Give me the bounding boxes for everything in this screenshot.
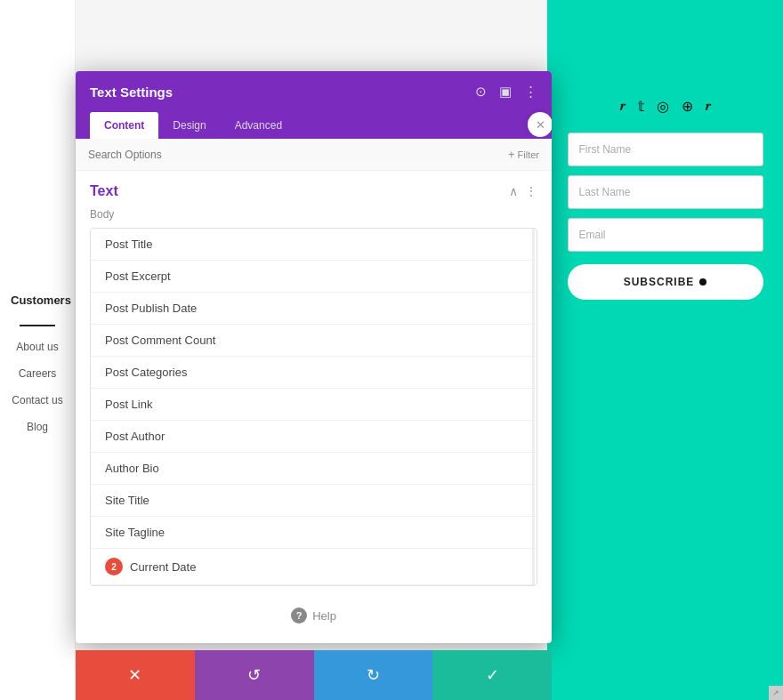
bg-nav-contact: Contact us [11, 394, 64, 406]
columns-icon[interactable]: ▣ [499, 84, 512, 100]
tab-design[interactable]: Design [158, 112, 220, 139]
search-input[interactable] [88, 149, 501, 161]
tab-content[interactable]: Content [90, 112, 158, 139]
badge-number: 2 [105, 558, 123, 575]
list-item[interactable]: Post Excerpt [91, 261, 537, 293]
dropdown-list: Post Title Post Excerpt Post Publish Dat… [90, 228, 537, 586]
list-item[interactable]: Post Comment Count [91, 325, 537, 357]
eye-icon[interactable]: ⊙ [475, 84, 487, 100]
bg-first-name-field: First Name [568, 133, 763, 166]
action-bar: ✕ ↺ ↻ ✓ [76, 650, 552, 700]
list-item[interactable]: Post Link [91, 389, 537, 421]
section-more-icon[interactable]: ⋮ [525, 184, 537, 198]
resize-icon: ↗ [769, 686, 783, 700]
current-date-label: Current Date [130, 560, 196, 574]
collapse-icon[interactable]: ∧ [509, 184, 518, 198]
dribbble-icon: ⊕ [682, 98, 693, 115]
close-button[interactable]: ✕ [528, 112, 552, 137]
bg-subscribe-button: SUBSCRIBE [568, 264, 763, 300]
panel-body: Text ∧ ⋮ Body Post Title Post Excerpt Po… [76, 171, 552, 643]
body-label: Body [90, 208, 537, 221]
bg-nav-blog: Blog [11, 421, 64, 433]
list-item-current-date[interactable]: 2 Current Date [91, 549, 537, 585]
filter-button[interactable]: + Filter [508, 148, 539, 161]
search-bar: + Filter [76, 139, 552, 171]
filter-plus-icon: + [508, 148, 515, 161]
section-header: Text ∧ ⋮ [90, 183, 537, 199]
facebook-icon: 𝒓 [620, 98, 626, 115]
save-button[interactable]: ✓ [432, 650, 552, 700]
list-item[interactable]: Post Title [91, 229, 537, 261]
cancel-button[interactable]: ✕ [76, 650, 195, 700]
panel-header: Text Settings ⊙ ▣ ⋮ [76, 71, 552, 112]
undo-button[interactable]: ↺ [195, 650, 314, 700]
instagram-icon: ◎ [657, 98, 669, 115]
redo-button[interactable]: ↻ [314, 650, 433, 700]
panel-header-icons: ⊙ ▣ ⋮ [475, 84, 537, 100]
bg-email-field: Email [568, 218, 763, 252]
list-item[interactable]: Author Bio [91, 453, 537, 485]
bg-customers-heading: Customers [11, 294, 64, 307]
list-item[interactable]: Post Categories [91, 357, 537, 389]
cancel-icon: ✕ [128, 665, 141, 685]
bg-last-name-field: Last Name [568, 175, 763, 209]
resize-arrow-icon: ↗ [772, 688, 779, 697]
list-item[interactable]: Post Publish Date [91, 293, 537, 325]
bg-nav-about: About us [11, 341, 64, 353]
help-label: Help [312, 609, 336, 623]
save-icon: ✓ [486, 665, 499, 685]
help-icon[interactable]: ? [291, 607, 307, 624]
list-item[interactable]: Post Author [91, 421, 537, 453]
bg-left-panel: Customers About us Careers Contact us Bl… [0, 0, 76, 700]
redo-icon: ↻ [367, 665, 380, 685]
panel-tabs: Content Design Advanced [76, 112, 552, 139]
facebook2-icon: 𝒓 [706, 98, 711, 115]
list-item[interactable]: Site Tagline [91, 517, 537, 549]
panel-title: Text Settings [90, 84, 173, 100]
bg-right-panel: 𝒓 𝕥 ◎ ⊕ 𝒓 First Name Last Name Email SUB… [547, 0, 783, 700]
settings-panel: Text Settings ⊙ ▣ ⋮ Content Design Advan… [76, 71, 552, 643]
close-icon: ✕ [536, 118, 545, 132]
section-title: Text [90, 183, 118, 199]
bg-nav-careers: Careers [11, 367, 64, 380]
section-controls: ∧ ⋮ [509, 184, 537, 198]
scroll-hint [532, 229, 535, 585]
more-icon[interactable]: ⋮ [524, 84, 537, 100]
help-row: ? Help [90, 600, 537, 631]
bg-social-row: 𝒓 𝕥 ◎ ⊕ 𝒓 [620, 98, 711, 115]
filter-label: Filter [518, 149, 539, 160]
tab-advanced[interactable]: Advanced [221, 112, 296, 139]
list-item[interactable]: Site Title [91, 485, 537, 517]
undo-icon: ↺ [247, 665, 261, 685]
twitter-icon: 𝕥 [638, 98, 644, 115]
